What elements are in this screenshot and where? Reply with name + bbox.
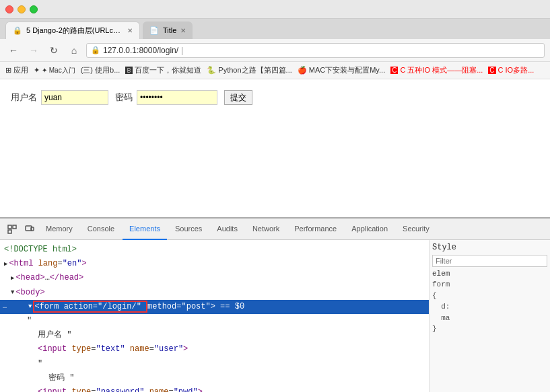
tab-active[interactable]: 🔒 5 Django-2的路由层(URLconf... ✕ — [5, 22, 140, 39]
password-label: 密码 — [115, 91, 133, 104]
bookmark-io2[interactable]: C C IO多路... — [488, 65, 534, 75]
minimize-button[interactable] — [18, 5, 26, 13]
apps-icon: ⊞ — [5, 66, 11, 75]
styles-prop-2: ma — [432, 313, 547, 324]
devtools-tab-sources[interactable]: Sources — [168, 219, 209, 240]
devtools: Memory Console Elements Sources Audits N… — [0, 217, 550, 392]
styles-filter-input[interactable] — [432, 255, 547, 267]
elements-panel[interactable]: <!DOCTYPE html> ▶ <html lang="en"> ▶ <he… — [0, 240, 429, 392]
title-bar — [0, 0, 550, 19]
address-text: 127.0.0.1:8000/login/ — [103, 46, 178, 55]
traffic-lights — [5, 5, 38, 13]
login-form: 用户名 密码 提交 — [11, 90, 252, 105]
maximize-button[interactable] — [30, 5, 38, 13]
bookmark-io1[interactable]: C C 五种IO 模式——阻塞... — [390, 65, 483, 75]
input-user-line[interactable]: <input type="text" name="user"> — [0, 342, 429, 356]
tab-inactive[interactable]: 📄 Title ✕ — [143, 22, 193, 39]
close-button[interactable] — [5, 5, 13, 13]
home-button[interactable]: ⌂ — [66, 42, 82, 58]
html-tag: <html lang="en"> — [9, 258, 86, 270]
styles-brace-open: { — [432, 290, 547, 302]
bookmark-mac[interactable]: ✦ ✦ Mac入门 — [34, 66, 75, 75]
password-group: 密码 — [115, 90, 217, 105]
star-icon: ✦ — [34, 66, 40, 75]
styles-prop-1: d: — [432, 301, 547, 313]
body-triangle[interactable]: ▼ — [11, 288, 14, 297]
html-line[interactable]: ▶ <html lang="en"> — [0, 257, 429, 271]
bookmarks-bar: ⊞ 应用 ✦ ✦ Mac入门 (三) 使用b... 🅱 百度一下，你就知道 🐍 … — [0, 62, 550, 79]
devtools-tab-console[interactable]: Console — [81, 219, 121, 240]
lock-icon: 🔒 — [91, 46, 100, 54]
page-content: 用户名 密码 提交 — [0, 79, 550, 217]
bookmark-baidu[interactable]: 🅱 百度一下，你就知道 — [125, 65, 201, 75]
address-bar[interactable]: 🔒 127.0.0.1:8000/login/ | — [86, 43, 545, 58]
refresh-button[interactable]: ↻ — [46, 42, 62, 58]
baidu-icon: 🅱 — [125, 67, 133, 75]
back-button[interactable]: ← — [5, 42, 22, 58]
text-quote-2[interactable]: " — [0, 357, 429, 371]
body-tag: <body> — [15, 286, 44, 299]
svg-rect-1 — [13, 225, 16, 229]
form-tag: <form action="/login/" method="post"> ==… — [33, 301, 244, 313]
username-label: 用户名 — [11, 91, 37, 104]
username-group: 用户名 — [11, 90, 108, 105]
bookmark-mac2[interactable]: 🍎 MAC下安装与配置My... — [298, 65, 385, 75]
tabs-bar: 🔒 5 Django-2的路由层(URLconf... ✕ 📄 Title ✕ — [0, 19, 550, 39]
styles-elem-label: elem — [432, 270, 547, 278]
forward-button[interactable]: → — [26, 42, 42, 58]
svg-rect-0 — [8, 225, 11, 229]
html-triangle[interactable]: ▶ — [4, 260, 7, 269]
username-text-line[interactable]: 用户名 " — [0, 328, 429, 342]
styles-selector: form — [432, 279, 547, 290]
tab-icon-2: 📄 — [149, 26, 159, 35]
form-line[interactable]: … ▼ <form action="/login/" method="post"… — [0, 300, 429, 314]
devtools-tab-memory[interactable]: Memory — [39, 219, 79, 240]
tab-close-1[interactable]: ✕ — [127, 27, 133, 34]
doctype-text: <!DOCTYPE html> — [4, 243, 77, 256]
input-pwd-line[interactable]: <input type="password" name="pwd"> — [0, 385, 429, 392]
devtools-tab-performance[interactable]: Performance — [287, 219, 343, 240]
devtools-tab-audits[interactable]: Audits — [210, 219, 244, 240]
apple-icon: 🍎 — [298, 66, 307, 75]
form-triangle[interactable]: ▼ — [28, 302, 32, 311]
bookmark-apps[interactable]: ⊞ 应用 — [5, 65, 28, 75]
styles-header: Style — [432, 243, 547, 252]
submit-button[interactable]: 提交 — [224, 90, 252, 105]
c-icon-1: C — [390, 67, 398, 74]
devtools-tabs: Memory Console Elements Sources Audits N… — [0, 219, 550, 240]
body-line[interactable]: ▼ <body> — [0, 286, 429, 300]
python-icon: 🐍 — [207, 66, 216, 75]
styles-brace-close: } — [432, 323, 547, 335]
doctype-line[interactable]: <!DOCTYPE html> — [0, 243, 429, 257]
text-quote-1[interactable]: " — [0, 314, 429, 328]
head-tag: <head>…</head> — [15, 272, 83, 284]
tab-close-2[interactable]: ✕ — [180, 27, 186, 34]
cursor-indicator: | — [181, 46, 183, 55]
tab-icon: 🔒 — [13, 26, 22, 35]
styles-rule: form { d: ma } — [432, 279, 547, 335]
bookmark-python[interactable]: 🐍 Python之路【第四篇... — [207, 65, 291, 75]
devtools-tab-network[interactable]: Network — [246, 219, 286, 240]
username-input[interactable] — [41, 90, 108, 105]
devtools-body: <!DOCTYPE html> ▶ <html lang="en"> ▶ <he… — [0, 240, 550, 392]
password-text-line[interactable]: 密码 " — [0, 371, 429, 385]
device-toolbar-button[interactable] — [22, 221, 38, 237]
c-icon-2: C — [488, 67, 495, 74]
devtools-tab-security[interactable]: Security — [396, 219, 436, 240]
bookmark-use[interactable]: (三) 使用b... — [81, 65, 121, 75]
password-input[interactable] — [137, 90, 217, 105]
svg-rect-2 — [8, 230, 11, 233]
head-line[interactable]: ▶ <head>…</head> — [0, 271, 429, 285]
inspect-element-button[interactable] — [4, 221, 20, 237]
devtools-tab-elements[interactable]: Elements — [123, 219, 167, 240]
tab-title-2: Title — [163, 26, 176, 34]
svg-rect-4 — [31, 227, 34, 231]
styles-panel: Style elem form { d: ma } — [429, 240, 550, 392]
tab-title-1: 5 Django-2的路由层(URLconf... — [26, 26, 123, 36]
devtools-tab-application[interactable]: Application — [345, 219, 394, 240]
nav-bar: ← → ↻ ⌂ 🔒 127.0.0.1:8000/login/ | — [0, 39, 550, 62]
head-triangle[interactable]: ▶ — [11, 274, 14, 283]
